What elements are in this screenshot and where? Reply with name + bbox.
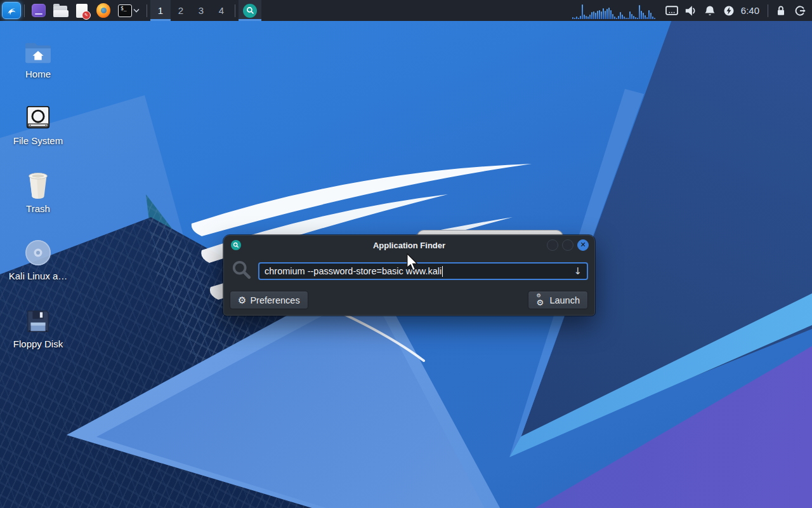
search-query-text: chromium --password-store=basic www.kali xyxy=(265,266,442,276)
workspace-button-1[interactable]: 1 xyxy=(150,0,171,21)
application-finder-icon xyxy=(243,4,257,18)
display-settings-button[interactable] xyxy=(662,0,681,21)
workspace-button-4[interactable]: 4 xyxy=(211,0,232,21)
gear-icon: ⚙ xyxy=(238,295,246,306)
desktop-icon-trash[interactable]: Trash xyxy=(6,168,70,214)
display-icon xyxy=(665,5,679,17)
logout-icon xyxy=(794,4,806,17)
cdrom-icon xyxy=(6,235,70,267)
file-manager-icon xyxy=(53,6,67,17)
desktop-icon-label: File System xyxy=(6,135,70,146)
taskbar-application-finder-button[interactable] xyxy=(239,0,261,21)
workspace-switcher: 1 2 3 4 xyxy=(150,0,232,21)
volume-icon xyxy=(684,4,698,17)
top-panel: ✎ $_ 1 2 3 4 xyxy=(0,0,812,21)
panel-separator xyxy=(147,4,147,17)
run-gears-icon: ⚙⚙ xyxy=(536,295,546,305)
search-icon xyxy=(232,260,252,283)
launch-label: Launch xyxy=(549,295,580,305)
desktop-icon-home[interactable]: Home xyxy=(6,33,70,79)
minimize-button[interactable] xyxy=(547,239,558,251)
dropdown-arrow-icon[interactable]: ↓ xyxy=(573,265,582,277)
titlebar[interactable]: Application Finder ✕ xyxy=(224,236,594,255)
window-app-icon xyxy=(32,4,46,17)
desktop-icon-label: Home xyxy=(6,69,70,79)
firefox-icon xyxy=(96,3,110,18)
desktop-icon-label: Kali Linux a… xyxy=(6,271,70,281)
logout-button[interactable] xyxy=(790,0,809,21)
lock-screen-button[interactable] xyxy=(771,0,790,21)
application-finder-window: Application Finder ✕ chromium --password… xyxy=(223,235,595,316)
preferences-label: Preferences xyxy=(250,295,299,305)
home-folder-icon xyxy=(6,33,70,65)
preferences-button[interactable]: ⚙ Preferences xyxy=(230,291,308,309)
maximize-button[interactable] xyxy=(562,239,573,251)
desktop-icon-file-system[interactable]: File System xyxy=(6,100,70,146)
power-manager-button[interactable] xyxy=(719,0,738,21)
launch-button[interactable]: ⚙⚙ Launch xyxy=(528,291,588,309)
panel-separator xyxy=(235,4,235,17)
bell-icon xyxy=(704,4,716,17)
window-title: Application Finder xyxy=(373,241,445,250)
search-input[interactable]: chromium --password-store=basic www.kali… xyxy=(258,262,588,280)
hard-drive-icon xyxy=(6,100,70,131)
panel-separator xyxy=(24,4,25,17)
text-editor-launcher[interactable]: ✎ xyxy=(71,0,93,21)
cpu-graph[interactable] xyxy=(572,3,656,19)
text-caret xyxy=(442,266,443,277)
application-finder-icon xyxy=(231,240,241,250)
desktop-icon-label: Trash xyxy=(6,203,70,214)
panel-separator xyxy=(768,4,768,17)
file-manager-launcher[interactable] xyxy=(49,0,71,21)
close-button[interactable]: ✕ xyxy=(577,239,589,251)
clock[interactable]: 6:40 xyxy=(741,5,759,16)
text-editor-icon: ✎ xyxy=(76,4,88,18)
workspace-button-2[interactable]: 2 xyxy=(171,0,191,21)
power-manager-icon xyxy=(723,4,735,17)
desktop-icon-label: Floppy Disk xyxy=(6,338,70,349)
lock-icon xyxy=(775,4,787,17)
window-app-launcher[interactable] xyxy=(28,0,49,21)
workspace-button-3[interactable]: 3 xyxy=(191,0,211,21)
chevron-down-icon[interactable] xyxy=(133,8,140,13)
trash-icon xyxy=(6,168,70,199)
kali-logo-icon xyxy=(6,4,16,17)
notifications-button[interactable] xyxy=(700,0,719,21)
desktop-icon-kali-linux[interactable]: Kali Linux a… xyxy=(6,235,70,281)
terminal-launcher[interactable]: $_ xyxy=(114,0,143,21)
applications-menu-button[interactable] xyxy=(2,2,21,19)
terminal-icon: $_ xyxy=(118,4,132,17)
volume-button[interactable] xyxy=(681,0,700,21)
floppy-disk-icon xyxy=(6,303,70,335)
desktop-icon-floppy-disk[interactable]: Floppy Disk xyxy=(6,303,70,349)
firefox-launcher[interactable] xyxy=(93,0,114,21)
